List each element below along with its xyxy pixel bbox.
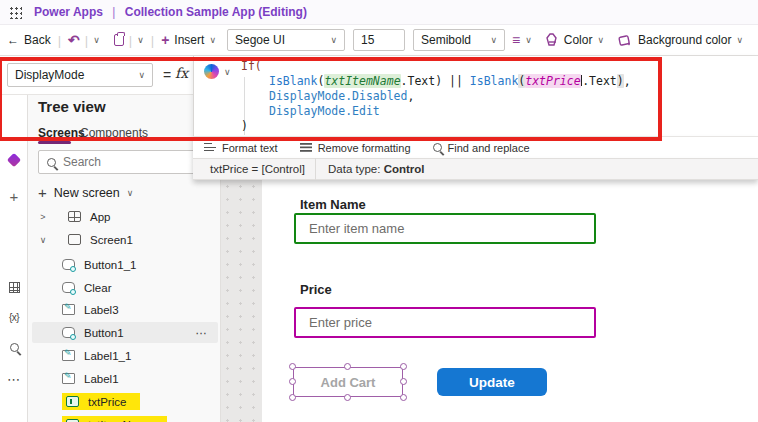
tree-item-txtprice[interactable]: txtPrice bbox=[32, 391, 218, 412]
search-nav-icon[interactable] bbox=[0, 341, 28, 355]
undo-dropdown-chevron[interactable]: ∨ bbox=[93, 35, 100, 45]
font-weight-combobox[interactable]: Semibold ∨ bbox=[413, 29, 505, 51]
control-name: txtPrice bbox=[210, 163, 248, 175]
waffle-menu-icon[interactable] bbox=[9, 6, 22, 19]
code-paren: ) bbox=[617, 74, 624, 88]
remove-formatting-button[interactable]: Remove formatting bbox=[300, 142, 411, 154]
chevron-down-icon: ∨ bbox=[330, 35, 337, 45]
navigation-rail: + {x} ⋯ bbox=[0, 56, 28, 422]
chevron-down-icon: ∨ bbox=[138, 70, 145, 80]
code-paren: ) bbox=[241, 119, 248, 133]
add-cart-button-selection[interactable]: Add Cart bbox=[293, 367, 403, 397]
resize-handle[interactable] bbox=[344, 394, 351, 401]
undo-icon: ↶ bbox=[68, 32, 80, 48]
tree-view-nav-icon[interactable] bbox=[0, 154, 28, 168]
clipboard-button[interactable]: | ∨ bbox=[107, 25, 151, 55]
formula-code[interactable]: If(IsBlank(txtItemName.Text) || IsBlank(… bbox=[241, 59, 631, 134]
button-control-icon bbox=[62, 259, 75, 270]
tree-item-button1-1[interactable]: Button1_1 bbox=[32, 254, 218, 275]
item-name-label[interactable]: Item Name bbox=[300, 197, 366, 212]
resize-handle[interactable] bbox=[289, 394, 296, 401]
tree-item-label3[interactable]: Label3 bbox=[32, 299, 218, 320]
insert-chevron: ∨ bbox=[209, 35, 216, 45]
insert-button[interactable]: + Insert ∨ bbox=[154, 25, 223, 55]
alignment-button[interactable]: ≡ ∨ bbox=[505, 25, 539, 55]
plus-icon: + bbox=[161, 32, 169, 48]
tree-item-label: Screen1 bbox=[90, 234, 133, 246]
format-text-button[interactable]: Format text bbox=[204, 142, 278, 154]
text-input-control-icon bbox=[66, 396, 79, 407]
resize-handle[interactable] bbox=[344, 363, 351, 370]
formula-property-row: DisplayMode ∨ = fx bbox=[0, 56, 193, 95]
back-button[interactable]: ← Back bbox=[0, 25, 58, 55]
font-size-value: 15 bbox=[361, 33, 374, 47]
code-comma: , bbox=[624, 74, 631, 88]
tree-item-label: Button1 bbox=[84, 327, 124, 339]
font-family-value: Segoe UI bbox=[235, 33, 285, 47]
find-replace-label: Find and replace bbox=[448, 142, 530, 154]
tree-item-label1-1[interactable]: Label1_1 bbox=[32, 345, 218, 366]
fx-icon: fx bbox=[175, 65, 188, 81]
chevron-right-icon[interactable]: > bbox=[36, 212, 50, 222]
code-isblank: IsBlank bbox=[269, 74, 317, 88]
add-cart-button[interactable]: Add Cart bbox=[293, 367, 403, 397]
chevron-down-icon: ∨ bbox=[490, 35, 497, 45]
resize-handle[interactable] bbox=[400, 363, 407, 370]
item-name-text-input[interactable]: Enter item name bbox=[294, 213, 596, 244]
button-control-icon bbox=[62, 327, 75, 338]
label-control-icon bbox=[62, 350, 75, 361]
code-displaymode-edit: DisplayMode.Edit bbox=[269, 104, 380, 118]
data-nav-icon[interactable] bbox=[0, 282, 28, 296]
more-options-icon[interactable]: ⋯ bbox=[196, 326, 209, 340]
more-nav-icon[interactable]: ⋯ bbox=[0, 372, 28, 387]
tree-item-label: Label1_1 bbox=[84, 350, 131, 362]
remove-formatting-icon bbox=[300, 143, 312, 152]
app-header: Power Apps | Collection Sample App (Edit… bbox=[0, 0, 758, 25]
active-tab-underline bbox=[38, 141, 71, 144]
resize-handle[interactable] bbox=[400, 378, 407, 385]
font-size-input[interactable]: 15 bbox=[353, 29, 405, 51]
find-and-replace-button[interactable]: Find and replace bbox=[433, 142, 530, 154]
tree-item-label: App bbox=[90, 211, 110, 223]
clipboard-dropdown-chevron[interactable]: ∨ bbox=[137, 35, 144, 45]
resize-handle[interactable] bbox=[400, 394, 407, 401]
color-label: Color bbox=[564, 33, 593, 47]
copilot-button[interactable]: ∨ bbox=[204, 64, 231, 79]
insert-nav-icon[interactable]: + bbox=[0, 188, 28, 205]
tree-item-button1[interactable]: Button1 ⋯ bbox=[32, 322, 218, 343]
code-or-operator: || bbox=[442, 74, 470, 88]
new-screen-button[interactable]: + New screen ∨ bbox=[38, 184, 133, 201]
equals-sign: = bbox=[163, 67, 171, 83]
price-text-input[interactable]: Enter price bbox=[294, 307, 596, 338]
variables-nav-icon[interactable]: {x} bbox=[0, 312, 28, 323]
update-button[interactable]: Update bbox=[437, 368, 547, 396]
background-color-button[interactable]: Background color ∨ bbox=[611, 25, 750, 55]
background-color-label: Background color bbox=[638, 33, 731, 47]
tree-item-label: Label1 bbox=[84, 373, 119, 385]
color-chevron: ∨ bbox=[597, 35, 604, 45]
button-control-icon bbox=[62, 282, 75, 293]
chevron-down-icon[interactable]: ∨ bbox=[36, 235, 50, 245]
format-text-label: Format text bbox=[222, 142, 278, 154]
resize-handle[interactable] bbox=[289, 363, 296, 370]
tab-components[interactable]: Components bbox=[80, 126, 148, 140]
property-selector-combobox[interactable]: DisplayMode ∨ bbox=[7, 63, 153, 87]
code-txtitemname: txtItemName bbox=[324, 74, 400, 88]
tab-screens[interactable]: Screens bbox=[38, 126, 85, 140]
format-text-icon bbox=[204, 143, 216, 152]
label-control-icon bbox=[62, 373, 75, 384]
price-label[interactable]: Price bbox=[300, 282, 332, 297]
search-icon bbox=[10, 343, 19, 352]
tree-item-label1[interactable]: Label1 bbox=[32, 368, 218, 389]
item-name-placeholder: Enter item name bbox=[309, 221, 404, 236]
tree-item-clear[interactable]: Clear bbox=[32, 277, 218, 298]
resize-handle[interactable] bbox=[289, 378, 296, 385]
tree-search-input[interactable]: Search bbox=[38, 150, 208, 174]
tree-item-txtitemname[interactable]: txtItemName bbox=[32, 414, 218, 422]
tree-item-app[interactable]: > App bbox=[32, 206, 218, 227]
tree-item-screen1[interactable]: ∨ Screen1 bbox=[32, 229, 218, 250]
undo-button[interactable]: ↶ | ∨ bbox=[61, 25, 107, 55]
background-color-chevron: ∨ bbox=[736, 35, 743, 45]
color-button[interactable]: Color ∨ bbox=[539, 25, 611, 55]
font-family-combobox[interactable]: Segoe UI ∨ bbox=[227, 29, 345, 51]
